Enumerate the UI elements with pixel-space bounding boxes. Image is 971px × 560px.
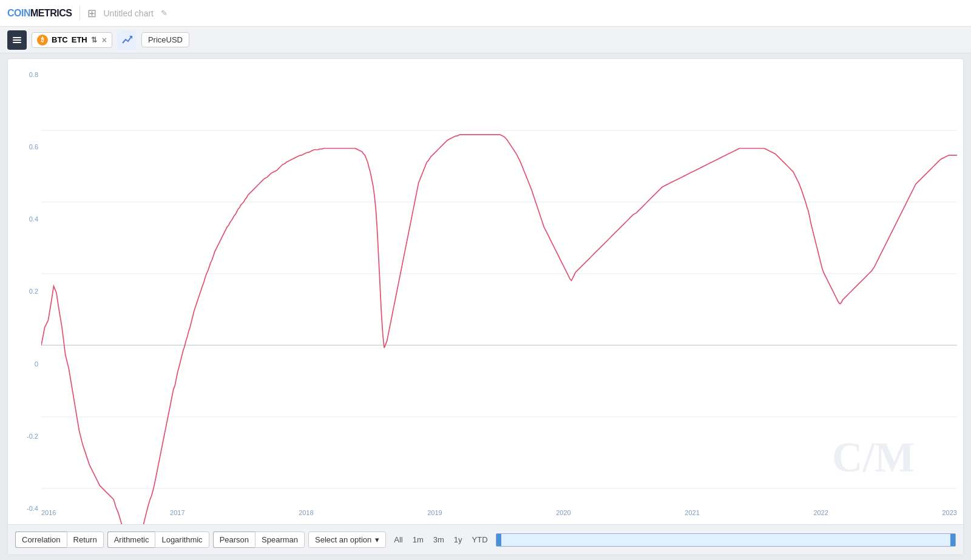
navbar-divider — [80, 6, 80, 21]
chart-layout-icon[interactable]: ⊞ — [87, 7, 96, 20]
logo: COINMETRICS — [7, 8, 72, 19]
svg-rect-1 — [13, 39, 21, 41]
x-label-2016: 2016 — [41, 509, 56, 521]
x-label-2019: 2019 — [427, 509, 442, 521]
y-label-0: 0 — [11, 360, 38, 368]
x-label-2022: 2022 — [813, 509, 828, 521]
time-3m-button[interactable]: 3m — [429, 533, 448, 547]
option-select-label: Select an option — [315, 535, 371, 544]
chevron-down-icon: ▾ — [375, 535, 379, 544]
chart-mode-group: Correlation Return — [15, 531, 104, 548]
x-label-2017: 2017 — [170, 509, 184, 521]
asset-btc-label: BTC — [52, 35, 68, 44]
range-handle-left[interactable] — [496, 534, 501, 546]
layers-button[interactable] — [7, 30, 27, 50]
bottom-toolbar: Correlation Return Arithmetic Logarithmi… — [8, 524, 963, 555]
chart-type-button[interactable] — [117, 30, 137, 50]
return-button[interactable]: Return — [67, 531, 104, 548]
pearson-button[interactable]: Pearson — [213, 531, 255, 548]
asset-eth-label: ETH — [72, 35, 87, 44]
y-label-neg04: -0.4 — [11, 505, 38, 512]
y-label-06: 0.6 — [11, 143, 38, 150]
range-slider-container — [496, 533, 956, 547]
option-select[interactable]: Select an option ▾ — [308, 531, 386, 548]
time-1y-button[interactable]: 1y — [450, 533, 467, 547]
edit-title-icon[interactable]: ✎ — [161, 8, 167, 18]
range-handle-right[interactable] — [950, 534, 955, 546]
asset-close-icon[interactable]: × — [102, 35, 107, 45]
y-label-08: 0.8 — [11, 71, 38, 78]
logarithmic-button[interactable]: Logarithmic — [155, 531, 209, 548]
btc-icon: ₿ — [37, 35, 48, 46]
chart-container: 0.8 0.6 0.4 0.2 0 -0.2 -0.4 2016 2017 — [7, 58, 964, 555]
chart-svg — [41, 59, 957, 555]
time-1m-button[interactable]: 1m — [408, 533, 428, 547]
navbar: COINMETRICS ⊞ Untitled chart ✎ — [0, 0, 971, 27]
x-label-2021: 2021 — [685, 509, 699, 521]
y-label-02: 0.2 — [11, 288, 38, 295]
correlation-type-group: Pearson Spearman — [213, 531, 305, 548]
x-label-2023: 2023 — [942, 509, 956, 521]
y-axis: 0.8 0.6 0.4 0.2 0 -0.2 -0.4 — [8, 59, 41, 524]
svg-rect-0 — [13, 37, 21, 38]
arithmetic-button[interactable]: Arithmetic — [107, 531, 155, 548]
range-slider[interactable] — [496, 533, 956, 547]
spearman-button[interactable]: Spearman — [255, 531, 305, 548]
chart-title[interactable]: Untitled chart — [104, 8, 154, 18]
x-label-2020: 2020 — [556, 509, 570, 521]
swap-icon[interactable]: ⇅ — [91, 36, 97, 44]
scale-type-group: Arithmetic Logarithmic — [107, 531, 209, 548]
logo-coin: COIN — [7, 8, 30, 18]
logo-metrics: METRICS — [30, 8, 72, 18]
metric-button[interactable]: PriceUSD — [141, 32, 189, 47]
x-axis: 2016 2017 2018 2019 2020 2021 2022 2023 — [41, 509, 957, 521]
asset-selector[interactable]: ₿ BTC ETH ⇅ × — [32, 32, 112, 48]
time-ytd-button[interactable]: YTD — [468, 533, 492, 547]
svg-rect-2 — [13, 42, 21, 43]
y-label-neg02: -0.2 — [11, 433, 38, 440]
correlation-button[interactable]: Correlation — [15, 531, 67, 548]
main-content: 0.8 0.6 0.4 0.2 0 -0.2 -0.4 2016 2017 — [0, 53, 971, 560]
time-all-button[interactable]: All — [390, 533, 407, 547]
x-label-2018: 2018 — [299, 509, 313, 521]
y-label-04: 0.4 — [11, 215, 38, 223]
time-range-group: All 1m 3m 1y YTD — [390, 533, 492, 547]
controls-bar: ₿ BTC ETH ⇅ × PriceUSD — [0, 27, 971, 53]
